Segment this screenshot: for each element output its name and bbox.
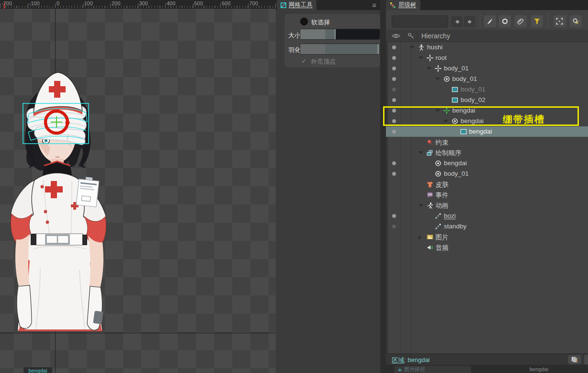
collapse-arrow-icon[interactable] xyxy=(427,67,431,70)
paperclip-icon xyxy=(517,18,524,25)
visibility-dot[interactable] xyxy=(392,130,396,134)
collapse-arrow-icon[interactable] xyxy=(418,151,423,154)
panel-menu-icon[interactable]: ≡ xyxy=(372,1,376,9)
draworder-icon xyxy=(427,149,433,156)
annotation-highlight-box xyxy=(383,106,579,126)
pin-icon xyxy=(427,139,433,146)
hierarchy-header-row: Hierarchy xyxy=(386,30,588,42)
visibility-dot[interactable] xyxy=(392,67,396,70)
tree-item-label: 绘制顺序 xyxy=(436,149,462,158)
collapse-arrow-icon[interactable] xyxy=(418,204,423,207)
tree-row-绘制顺序[interactable]: 绘制顺序 xyxy=(386,147,588,158)
image-path-value: bengdai xyxy=(530,366,548,372)
tree-row-bengdai[interactable]: bengdai xyxy=(386,158,588,169)
ruler-label: 700 xyxy=(249,0,258,6)
tree-row-body_01[interactable]: body_01 xyxy=(386,74,588,84)
visibility-dot[interactable] xyxy=(392,161,396,165)
area-label: 区域 xyxy=(392,356,404,363)
bottom-properties-bar: 图片路径 bengdai xyxy=(386,365,588,373)
hull-check-icon[interactable]: ✓ xyxy=(301,57,306,65)
clip-icon xyxy=(435,223,441,230)
ruler-label: 100 xyxy=(84,0,93,6)
images-icon xyxy=(427,234,433,240)
tree-row-body_01[interactable]: body_01 xyxy=(386,63,588,74)
search-edit-icon xyxy=(572,18,579,25)
tree-row-body_01[interactable]: body_01 xyxy=(386,169,588,179)
visibility-dot[interactable] xyxy=(392,56,396,60)
tree-row-动画[interactable]: 动画 xyxy=(386,200,588,211)
size-slider[interactable] xyxy=(300,29,380,40)
hierarchy-tree: hushirootbody_01body_01body_01body_02ben… xyxy=(386,42,588,353)
brush-tool-button[interactable] xyxy=(484,15,497,28)
back-button[interactable] xyxy=(451,15,463,28)
key-icon[interactable] xyxy=(407,33,414,39)
visibility-dot[interactable] xyxy=(392,45,396,49)
tree-row-bengdai[interactable]: bengdai xyxy=(386,126,588,137)
visibility-dot[interactable] xyxy=(392,225,396,228)
collapse-arrow-icon[interactable] xyxy=(418,57,423,59)
feather-slider[interactable] xyxy=(300,44,380,55)
frame-select-button[interactable] xyxy=(553,15,566,28)
mesh-icon xyxy=(281,2,286,8)
slot-icon xyxy=(435,170,441,177)
tree-row-bozi[interactable]: bozi xyxy=(386,211,588,221)
toolbar-separator xyxy=(480,14,480,28)
tab-image-path[interactable]: 图片路径 xyxy=(395,366,471,373)
search-input[interactable] xyxy=(392,15,448,28)
slot-icon xyxy=(443,76,450,82)
tree-item-label: body_01 xyxy=(461,86,486,93)
hierarchy-panel: 层级树 xyxy=(386,0,588,373)
annotation-label: 绷带插槽 xyxy=(503,113,545,126)
tree-row-hushi[interactable]: hushi xyxy=(386,42,588,53)
tree-row-图片[interactable]: 图片 xyxy=(386,232,588,242)
size-slider-handle[interactable] xyxy=(325,29,336,39)
feather-slider-handle[interactable] xyxy=(377,44,379,54)
search-edit-button[interactable] xyxy=(569,15,582,28)
clip-icon xyxy=(435,213,441,219)
tree-item-label: 约束 xyxy=(436,138,449,147)
visibility-dot[interactable] xyxy=(392,172,396,176)
footer-button-partial[interactable] xyxy=(584,355,588,364)
circle-tool-button[interactable] xyxy=(498,15,511,28)
ruler-label: 500 xyxy=(194,0,203,6)
tree-row-音频[interactable]: 音频 xyxy=(386,242,588,253)
back-arrow-icon xyxy=(454,19,460,25)
tree-row-皮肤[interactable]: 皮肤 xyxy=(386,179,588,190)
hierarchy-panel-tabbar: 层级树 xyxy=(386,0,588,10)
ruler-label: 200 xyxy=(112,0,120,6)
export-attachment-button[interactable] xyxy=(568,355,581,364)
mesh-options-group: 软选择 大小: 羽化: ✓ 外壳顶点 xyxy=(284,13,381,68)
forward-arrow-icon xyxy=(467,19,473,25)
visibility-dot[interactable] xyxy=(392,214,396,218)
tree-row-body_01[interactable]: body_01 xyxy=(386,84,588,95)
tree-item-label: bengdai xyxy=(444,159,467,167)
tab-hierarchy-tree[interactable]: 层级树 xyxy=(386,0,420,10)
collapse-arrow-icon[interactable] xyxy=(410,46,415,49)
image-path-icon xyxy=(397,367,402,372)
forward-button[interactable] xyxy=(464,15,476,28)
collapse-arrow-icon[interactable] xyxy=(435,78,440,80)
eye-icon[interactable] xyxy=(392,33,400,39)
tree-row-root[interactable]: root xyxy=(386,53,588,63)
visibility-dot[interactable] xyxy=(392,98,396,102)
tab-mesh-tool[interactable]: 网格工具 xyxy=(277,0,317,10)
tree-row-约束[interactable]: 约束 xyxy=(386,137,588,147)
attachment-tool-button[interactable] xyxy=(514,15,527,28)
soft-select-checkbox[interactable] xyxy=(300,18,308,25)
tree-row-事件[interactable]: 事件 xyxy=(386,190,588,200)
filter-button[interactable] xyxy=(531,15,543,28)
tree-row-body_02[interactable]: body_02 xyxy=(386,95,588,105)
mesh-selection-overlay[interactable] xyxy=(19,96,96,148)
visibility-dot[interactable] xyxy=(392,88,396,91)
visibility-dot[interactable] xyxy=(392,77,396,81)
skin-icon xyxy=(427,181,433,188)
tree-row-standby[interactable]: standby xyxy=(386,221,588,232)
ruler-label: 400 xyxy=(167,0,175,6)
expand-arrow-icon[interactable] xyxy=(418,235,421,240)
tree-item-label: 图片 xyxy=(436,233,449,242)
hierarchy-header-label: Hierarchy xyxy=(421,32,450,40)
tree-item-label: 音频 xyxy=(436,244,449,252)
hierarchy-tree-icon xyxy=(390,2,396,8)
viewport-canvas[interactable]: -200-1000100200300400500600700 bengdai xyxy=(0,0,276,373)
mesh-tab-label: 网格工具 xyxy=(289,1,313,9)
